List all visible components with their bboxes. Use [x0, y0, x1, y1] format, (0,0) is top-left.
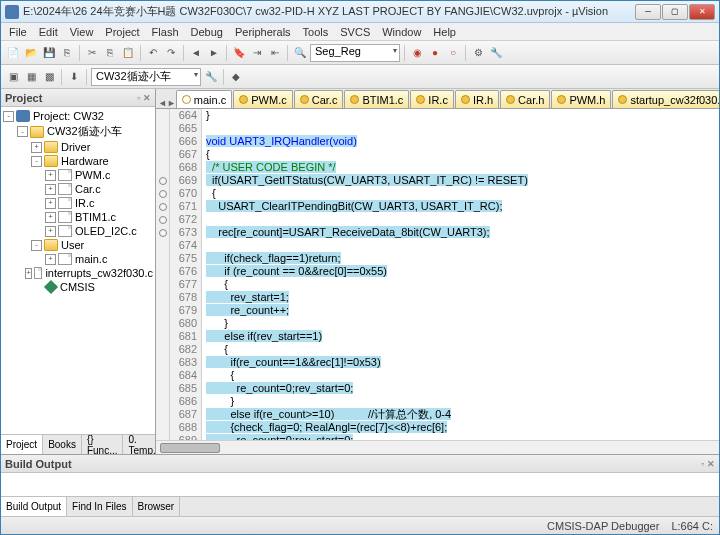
translate-icon[interactable]: ▣	[5, 69, 21, 85]
file-tab[interactable]: PWM.h	[551, 90, 611, 108]
code-line[interactable]: re_count++;	[202, 304, 719, 317]
breakpoint-marker-icon[interactable]	[159, 203, 167, 211]
bookmark-icon[interactable]: 🔖	[231, 45, 247, 61]
find-combo[interactable]: Seg_Reg	[310, 44, 400, 62]
sidebar-tab[interactable]: Project	[1, 435, 43, 454]
horizontal-scrollbar[interactable]	[156, 440, 719, 454]
code-line[interactable]: if (re_count == 0&&rec[0]==0x55)	[202, 265, 719, 278]
tree-node[interactable]: +interrupts_cw32f030.c	[3, 266, 153, 280]
menu-flash[interactable]: Flash	[146, 24, 185, 40]
code-line[interactable]: {	[202, 369, 719, 382]
output-tab[interactable]: Build Output	[1, 497, 67, 516]
indent-icon[interactable]: ⇥	[249, 45, 265, 61]
code-line[interactable]: {	[202, 148, 719, 161]
menu-tools[interactable]: Tools	[297, 24, 335, 40]
tree-toggle-icon[interactable]: +	[45, 198, 56, 209]
menu-file[interactable]: File	[3, 24, 33, 40]
outdent-icon[interactable]: ⇤	[267, 45, 283, 61]
manage-icon[interactable]: ◆	[228, 69, 244, 85]
sidebar-tab[interactable]: Books	[43, 435, 82, 454]
redo-icon[interactable]: ↷	[163, 45, 179, 61]
build-dock-icon[interactable]: ▫ ✕	[701, 459, 715, 469]
output-tab[interactable]: Find In Files	[67, 497, 132, 516]
file-tab[interactable]: PWM.c	[233, 90, 292, 108]
file-tab[interactable]: startup_cw32f030.s	[612, 90, 719, 108]
code-line[interactable]: else if(re_count>=10) //计算总个数, 0-4	[202, 408, 719, 421]
tree-node[interactable]: +main.c	[3, 252, 153, 266]
menu-peripherals[interactable]: Peripherals	[229, 24, 297, 40]
breakpoint-marker-icon[interactable]	[159, 190, 167, 198]
menu-edit[interactable]: Edit	[33, 24, 64, 40]
tree-toggle-icon[interactable]: +	[45, 212, 56, 223]
code-line[interactable]	[202, 122, 719, 135]
tree-toggle-icon[interactable]: +	[25, 268, 32, 279]
project-tree[interactable]: -Project: CW32-CW32循迹小车+Driver-Hardware+…	[1, 107, 155, 434]
code-editor[interactable]: 6646656666676686696706716726736746756766…	[156, 109, 719, 440]
file-tab[interactable]: IR.c	[410, 90, 454, 108]
file-tab[interactable]: BTIM1.c	[344, 90, 409, 108]
code-content[interactable]: }void UART3_IRQHandler(void){ /* USER CO…	[202, 109, 719, 440]
output-tab[interactable]: Browser	[133, 497, 181, 516]
tree-node[interactable]: +BTIM1.c	[3, 210, 153, 224]
open-icon[interactable]: 📂	[23, 45, 39, 61]
menu-svcs[interactable]: SVCS	[334, 24, 376, 40]
find-icon[interactable]: 🔍	[292, 45, 308, 61]
code-line[interactable]: }	[202, 317, 719, 330]
new-icon[interactable]: 📄	[5, 45, 21, 61]
code-line[interactable]: /* USER CODE BEGIN */	[202, 161, 719, 174]
minimize-button[interactable]: ─	[635, 4, 661, 20]
tree-node[interactable]: +PWM.c	[3, 168, 153, 182]
code-line[interactable]: {	[202, 187, 719, 200]
save-icon[interactable]: 💾	[41, 45, 57, 61]
menu-project[interactable]: Project	[99, 24, 145, 40]
code-line[interactable]: {	[202, 343, 719, 356]
code-line[interactable]: if(USART_GetITStatus(CW_UART3, USART_IT_…	[202, 174, 719, 187]
cut-icon[interactable]: ✂	[84, 45, 100, 61]
tree-node[interactable]: +IR.c	[3, 196, 153, 210]
tree-toggle-icon[interactable]: +	[45, 184, 56, 195]
menu-debug[interactable]: Debug	[185, 24, 229, 40]
tree-toggle-icon[interactable]: +	[45, 170, 56, 181]
tree-toggle-icon[interactable]: -	[3, 111, 14, 122]
options-icon[interactable]: 🔧	[203, 69, 219, 85]
stop-icon[interactable]: ●	[427, 45, 443, 61]
code-line[interactable]	[202, 239, 719, 252]
file-tab[interactable]: IR.h	[455, 90, 499, 108]
dock-icon[interactable]: ▫ ✕	[137, 93, 151, 103]
code-line[interactable]: {check_flag=0; RealAngl=(rec[7]<<8)+rec[…	[202, 421, 719, 434]
tree-node[interactable]: -User	[3, 238, 153, 252]
debug-icon[interactable]: ◉	[409, 45, 425, 61]
file-tab[interactable]: Car.c	[294, 90, 344, 108]
download-icon[interactable]: ⬇	[66, 69, 82, 85]
code-line[interactable]: {	[202, 278, 719, 291]
breakpoint-marker-icon[interactable]	[159, 177, 167, 185]
tree-toggle-icon[interactable]: -	[31, 240, 42, 251]
sidebar-tab[interactable]: {} Func...	[82, 435, 124, 454]
paste-icon[interactable]: 📋	[120, 45, 136, 61]
code-line[interactable]: USART_ClearITPendingBit(CW_UART3, USART_…	[202, 200, 719, 213]
copy-icon[interactable]: ⎘	[102, 45, 118, 61]
reset-icon[interactable]: ○	[445, 45, 461, 61]
code-line[interactable]: rec[re_count]=USART_ReceiveData_8bit(CW_…	[202, 226, 719, 239]
code-line[interactable]: void UART3_IRQHandler(void)	[202, 135, 719, 148]
code-line[interactable]: rev_start=1;	[202, 291, 719, 304]
tree-node[interactable]: +OLED_I2C.c	[3, 224, 153, 238]
tree-node[interactable]: +Car.c	[3, 182, 153, 196]
nav-fwd-icon[interactable]: ►	[206, 45, 222, 61]
save-all-icon[interactable]: ⎘	[59, 45, 75, 61]
tree-node[interactable]: CMSIS	[3, 280, 153, 294]
tree-toggle-icon[interactable]: -	[17, 126, 28, 137]
build-icon[interactable]: ▦	[23, 69, 39, 85]
nav-back-icon[interactable]: ◄	[188, 45, 204, 61]
config-icon[interactable]: ⚙	[470, 45, 486, 61]
tree-node[interactable]: +Driver	[3, 140, 153, 154]
menu-view[interactable]: View	[64, 24, 100, 40]
menu-window[interactable]: Window	[376, 24, 427, 40]
breakpoint-gutter[interactable]	[156, 109, 170, 440]
close-button[interactable]: ✕	[689, 4, 715, 20]
tree-toggle-icon[interactable]: +	[45, 226, 56, 237]
menu-help[interactable]: Help	[427, 24, 462, 40]
maximize-button[interactable]: ▢	[662, 4, 688, 20]
code-line[interactable]: if(check_flag==1)return;	[202, 252, 719, 265]
breakpoint-marker-icon[interactable]	[159, 229, 167, 237]
